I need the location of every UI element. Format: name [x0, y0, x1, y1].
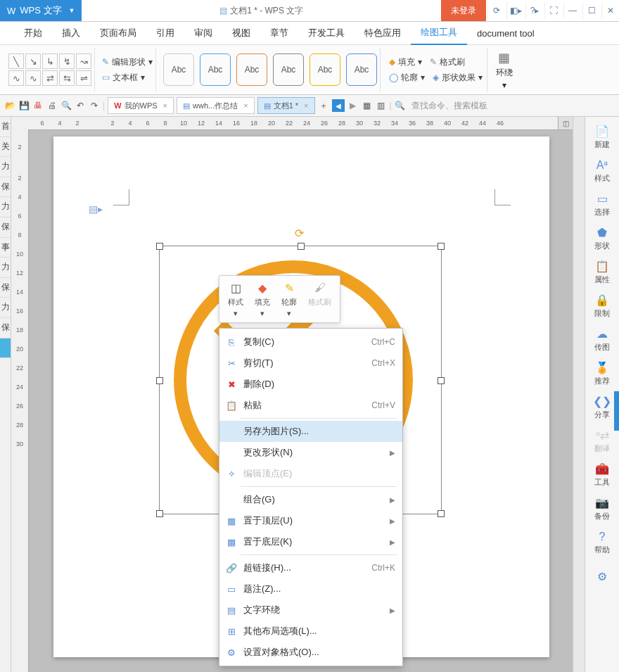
- login-button[interactable]: 未登录: [441, 0, 486, 21]
- left-item[interactable]: 关: [0, 137, 11, 158]
- help-icon[interactable]: ?▸: [525, 2, 543, 19]
- rp-select[interactable]: ▭选择: [587, 189, 617, 221]
- resize-handle[interactable]: [156, 243, 163, 250]
- resize-handle[interactable]: [438, 510, 445, 517]
- ctx-bring-front[interactable]: ▦置于顶层(U)▶: [219, 510, 402, 531]
- redo-icon[interactable]: ↷: [89, 100, 100, 111]
- preview-icon[interactable]: 🔍: [60, 100, 72, 111]
- style-preset[interactable]: Abc: [310, 53, 340, 86]
- sync-icon[interactable]: ⟳: [487, 2, 505, 19]
- canvas[interactable]: 6422468101214161820222426283032343638404…: [11, 117, 573, 672]
- close-tab-icon[interactable]: ×: [304, 101, 308, 110]
- save-icon[interactable]: 💾: [18, 100, 30, 111]
- mini-outline[interactable]: ✎轮廓▾: [277, 279, 301, 319]
- close-tab-icon[interactable]: ×: [243, 101, 248, 110]
- ctx-delete[interactable]: ✖删除(D): [219, 374, 402, 395]
- tab-list-icon[interactable]: ▦: [362, 100, 373, 111]
- rp-help[interactable]: ?帮助: [587, 526, 617, 559]
- left-item[interactable]: 力: [0, 258, 11, 278]
- undo-icon[interactable]: ↶: [75, 100, 86, 111]
- ctx-format-object[interactable]: ⚙设置对象格式(O)...: [219, 642, 402, 663]
- mini-style[interactable]: ◫样式▾: [224, 279, 248, 319]
- rp-tools[interactable]: 🧰工具: [587, 459, 617, 491]
- menu-doctool[interactable]: document tool: [467, 22, 544, 44]
- line-shape[interactable]: ↳: [42, 53, 58, 69]
- rp-shape[interactable]: ⬟形状: [587, 222, 617, 255]
- open-icon[interactable]: 📂: [4, 100, 15, 111]
- resize-handle[interactable]: [438, 243, 445, 250]
- fullscreen-icon[interactable]: ⛶: [544, 2, 562, 19]
- ctx-paste[interactable]: 📋粘贴Ctrl+V: [219, 395, 402, 416]
- line-shape[interactable]: ↘: [25, 53, 41, 69]
- menu-layout[interactable]: 页面布局: [90, 22, 146, 44]
- style-preset[interactable]: Abc: [346, 53, 377, 86]
- scrollbar-vertical[interactable]: [573, 117, 585, 672]
- wrap-button[interactable]: ▦ 环绕 ▾: [492, 50, 517, 90]
- left-item[interactable]: 力: [0, 197, 11, 217]
- menu-ref[interactable]: 引用: [146, 22, 184, 44]
- rp-translate[interactable]: ᵃ⇄翻译: [587, 425, 617, 457]
- ctx-caption[interactable]: ▭题注(Z)...: [219, 578, 402, 600]
- search-input[interactable]: 查找命令、搜索模板: [411, 100, 487, 112]
- ctx-hyperlink[interactable]: 🔗超链接(H)...Ctrl+K: [219, 557, 402, 578]
- line-shape[interactable]: ╲: [8, 53, 24, 69]
- menu-chapter[interactable]: 章节: [260, 22, 298, 44]
- menu-start[interactable]: 开始: [14, 22, 52, 44]
- line-shape[interactable]: ⇌: [76, 70, 91, 86]
- ruler-toggle-icon[interactable]: ◫: [558, 117, 573, 129]
- line-shape[interactable]: ⇆: [59, 70, 75, 86]
- line-shape[interactable]: ∿: [25, 70, 41, 86]
- resize-handle[interactable]: [156, 510, 163, 517]
- close-tab-icon[interactable]: ×: [163, 101, 167, 110]
- style-preset[interactable]: Abc: [236, 53, 267, 86]
- resize-handle[interactable]: [438, 377, 445, 384]
- ctx-layout[interactable]: ⊞其他布局选项(L)...: [219, 621, 402, 642]
- menu-review[interactable]: 审阅: [184, 22, 222, 44]
- print-icon[interactable]: 🖶: [32, 100, 44, 111]
- ctx-change-shape[interactable]: 更改形状(N)▶: [219, 442, 402, 463]
- line-shape[interactable]: ⇄: [42, 70, 58, 86]
- panel-collapse-handle[interactable]: [614, 391, 619, 431]
- search-icon[interactable]: 🔍: [395, 100, 406, 111]
- rotate-handle-icon[interactable]: ⟳: [295, 227, 306, 238]
- minimize-button[interactable]: —: [563, 2, 581, 19]
- left-item[interactable]: 力: [0, 298, 11, 318]
- rp-recommend[interactable]: 🏅推荐: [587, 357, 617, 390]
- outline-button[interactable]: ◯轮廓 ▾ ◈形状效果 ▾: [389, 70, 483, 84]
- rp-limit[interactable]: 🔒限制: [587, 290, 617, 322]
- menu-dev[interactable]: 开发工具: [298, 22, 355, 44]
- close-button[interactable]: ✕: [601, 2, 619, 19]
- resize-handle[interactable]: [156, 377, 163, 384]
- menu-drawtools[interactable]: 绘图工具: [411, 21, 467, 45]
- tab-mywps[interactable]: W我的WPS×: [108, 97, 174, 114]
- rp-attr[interactable]: 📋属性: [587, 256, 617, 289]
- left-item-active[interactable]: [0, 338, 11, 359]
- tab-prev[interactable]: ◀: [332, 99, 345, 112]
- left-item[interactable]: 事: [0, 238, 11, 258]
- app-badge[interactable]: W WPS 文字 ▼: [0, 0, 82, 21]
- fill-button[interactable]: ◆填充 ▾ ✎格式刷: [389, 55, 483, 69]
- resize-handle[interactable]: [298, 243, 305, 250]
- ctx-group[interactable]: 组合(G)▶: [219, 489, 402, 510]
- print-preview-icon[interactable]: 🖨: [46, 100, 58, 111]
- mini-fill[interactable]: ◆填充▾: [250, 279, 274, 319]
- skin-icon[interactable]: ◧▸: [506, 2, 524, 19]
- tab-doc3[interactable]: ▤文档1 *×: [257, 97, 315, 114]
- ctx-copy[interactable]: ⎘复制(C)Ctrl+C: [219, 331, 402, 353]
- style-preset[interactable]: Abc: [163, 53, 194, 86]
- left-item[interactable]: 首: [0, 117, 11, 137]
- tab-view-icon[interactable]: ▥: [376, 100, 387, 111]
- maximize-button[interactable]: ☐: [582, 2, 600, 19]
- tab-next[interactable]: ▶: [347, 100, 359, 111]
- style-preset[interactable]: Abc: [273, 53, 304, 86]
- rp-upload[interactable]: ☁传图: [587, 324, 617, 356]
- menu-special[interactable]: 特色应用: [355, 22, 411, 44]
- left-item[interactable]: 保: [0, 318, 11, 338]
- left-item[interactable]: 保: [0, 177, 11, 198]
- rp-share[interactable]: ❮❯分享: [587, 391, 617, 424]
- rp-settings[interactable]: ⚙: [587, 560, 617, 592]
- ctx-wrap[interactable]: ▤文字环绕▶: [219, 600, 402, 621]
- menu-insert[interactable]: 插入: [52, 22, 90, 44]
- rp-new[interactable]: 📄新建: [587, 121, 617, 153]
- ctx-send-back[interactable]: ▩置于底层(K)▶: [219, 531, 402, 552]
